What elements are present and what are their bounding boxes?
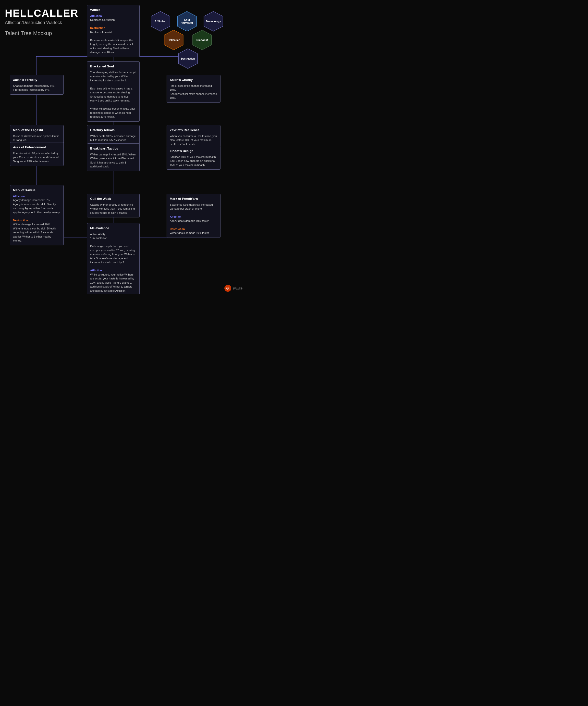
illhoofs-design-body: Sacrifice 10% of your maximum health. So… — [170, 155, 217, 167]
svg-marker-10 — [204, 11, 223, 31]
wither-body: Bestows a vile malediction upon the targ… — [90, 38, 136, 54]
mark-perotarn-body1: Blackened Soul deals 5% increased damage… — [170, 203, 217, 211]
blackened-soul-body1: Your damaging abilities further corrupt … — [90, 70, 136, 83]
xalans-cruelty-title: Xalan's Cruelty — [170, 77, 217, 82]
main-title: HELLCALLER — [5, 7, 78, 19]
zevrims-resilience-body: When you consume a Healthstone, you also… — [170, 134, 217, 146]
malevolence-body: Dark magic erupts from you and corrupts … — [90, 244, 136, 265]
svg-marker-11 — [164, 30, 183, 50]
mark-xavius-dest-label: Destruction — [13, 219, 28, 222]
wither-dest-text: Replaces Immolate — [90, 30, 136, 34]
mark-xavius-aff-text: Agony damage increased 10%.Agony is now … — [13, 198, 60, 214]
xalans-cruelty-body: Fire critical strike chance increased 10… — [170, 84, 217, 100]
zevrims-resilience-title: Zevrim's Resilience — [170, 128, 217, 132]
sub-title: Affliction/Destruction Warlock — [5, 20, 78, 25]
page: HELLCALLER Affliction/Destruction Warloc… — [0, 0, 245, 294]
mark-perotarn-aff-label: Affliction — [170, 215, 181, 218]
malevolence-aff-text: While corrupted, your active Withers are… — [90, 273, 136, 293]
blackened-soul-body3: Wither will always become acute after re… — [90, 107, 136, 119]
mark-xavius-dest-text: Wither damage Increased 10%.Wither is no… — [13, 222, 60, 243]
mark-xavius-card: Mark of Xavius Affliction Agony damage i… — [10, 185, 64, 245]
xalans-cruelty-card: Xalan's Cruelty Fire critical strike cha… — [167, 75, 220, 103]
cull-weak-body: Casting Wither directly or refreshing Wi… — [90, 203, 136, 215]
cull-weak-card: Cull the Weak Casting Wither directly or… — [87, 194, 140, 218]
mark-perotarn-title: Mark of Peroth'arn — [170, 196, 217, 201]
svg-marker-12 — [193, 30, 211, 50]
mark-legashi-body: Curse of Weakness also applies Curse of … — [13, 134, 60, 142]
wither-aff-text: Replaces Corruption — [90, 18, 136, 22]
malevolence-subtitle1: Active Ability — [90, 232, 136, 236]
watermark: 板 板地娱乐 — [224, 285, 243, 292]
wither-title: Wither — [90, 8, 136, 12]
mockup-title: Talent Tree Mockup — [5, 30, 78, 37]
illhoofs-design-title: Illhoof's Design — [170, 149, 217, 153]
mark-perotarn-dest-label: Destruction — [170, 228, 185, 230]
aura-enfeeblement-body: Enemies within 10 yds are affected by yo… — [13, 151, 60, 163]
bleakheart-tactics-title: Bleakheart Tactics — [90, 146, 136, 151]
malevolence-aff-label: Affliction — [90, 269, 102, 272]
hex-destruction[interactable]: Destruction — [177, 47, 199, 70]
xalans-ferocity-body: Shadow damage increased by 5%.Fire damag… — [13, 84, 60, 92]
watermark-icon: 板 — [224, 285, 231, 292]
title-area: HELLCALLER Affliction/Destruction Warloc… — [5, 7, 78, 37]
malevolence-subtitle2: 1 mi cooldown — [90, 236, 136, 240]
svg-marker-8 — [151, 11, 170, 31]
mark-perotarn-dest-text: Wither deals damage 10% faster. — [170, 231, 217, 235]
cull-weak-title: Cull the Weak — [90, 196, 136, 201]
aura-enfeeblement-title: Aura of Enfeeblement — [13, 145, 60, 150]
mark-perotarn-card: Mark of Peroth'arn Blackened Soul deals … — [167, 194, 220, 238]
blackened-soul-body2: Each time Wither increases it has a chan… — [90, 86, 136, 103]
svg-marker-9 — [177, 11, 196, 31]
watermark-text: 板地娱乐 — [233, 287, 243, 290]
wither-card: Wither Affliction Replaces Corruption De… — [87, 5, 140, 57]
blackened-soul-title: Blackened Soul — [90, 64, 136, 69]
illhoofs-design-card: Illhoof's Design Sacrifice 10% of your m… — [167, 146, 220, 170]
wither-dest-label: Destruction — [90, 27, 105, 30]
hatefury-rituals-body: Wither deals 100% increased damage but i… — [90, 134, 136, 142]
malevolence-title: Malevolence — [90, 226, 136, 231]
mark-xavius-aff-label: Affliction — [13, 195, 25, 198]
zevrims-resilience-card: Zevrim's Resilience When you consume a H… — [167, 125, 220, 149]
svg-marker-13 — [178, 49, 197, 69]
mark-legashi-title: Mark of the Legashi — [13, 128, 60, 132]
malevolence-card: Malevolence Active Ability 1 mi cooldown… — [87, 223, 140, 294]
hatefury-rituals-card: Hatefury Rituals Wither deals 100% incre… — [87, 125, 140, 145]
mark-legashi-card: Mark of the Legashi Curse of Weakness al… — [10, 125, 64, 145]
hatefury-rituals-title: Hatefury Rituals — [90, 128, 136, 132]
mark-perotarn-aff-text: Agony deals damage 10% faster. — [170, 219, 217, 223]
wither-aff-label: Affliction — [90, 14, 102, 17]
blackened-soul-card: Blackened Soul Your damaging abilities f… — [87, 61, 140, 122]
bleakheart-tactics-card: Bleakheart Tactics Wither damage increas… — [87, 144, 140, 171]
mark-xavius-title: Mark of Xavius — [13, 188, 60, 193]
bleakheart-tactics-body: Wither damage increased 15%. When Wither… — [90, 153, 136, 169]
aura-enfeeblement-card: Aura of Enfeeblement Enemies within 10 y… — [10, 142, 64, 166]
xalans-ferocity-card: Xalan's Ferocity Shadow damage increased… — [10, 75, 64, 94]
xalans-ferocity-title: Xalan's Ferocity — [13, 77, 60, 82]
